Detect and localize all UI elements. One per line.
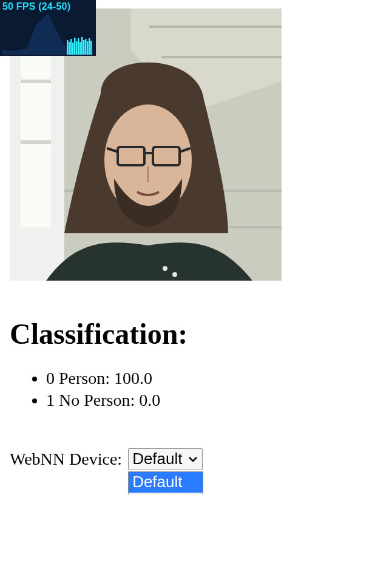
chevron-down-icon [188,454,198,465]
svg-rect-8 [79,42,81,55]
fps-graph-svg [2,13,93,55]
svg-rect-4 [72,43,74,55]
svg-rect-3 [70,39,72,55]
svg-rect-14 [90,41,92,55]
device-dropdown: Default GPU CPU [128,471,203,494]
device-row: WebNN Device: Default Default GPU CPU [10,448,382,470]
svg-rect-9 [81,37,83,55]
result-label: 0 Person: 100.0 [46,369,152,388]
fps-readout: 50 FPS (24-50) [2,1,93,12]
svg-rect-6 [76,41,78,55]
device-select-wrap: Default Default GPU CPU [128,448,202,470]
svg-point-33 [172,272,177,277]
device-option-gpu[interactable]: GPU [129,493,203,494]
svg-rect-20 [21,33,51,227]
svg-rect-7 [78,38,79,55]
fps-graph [2,13,93,55]
svg-rect-5 [74,38,76,55]
list-item: 1 No Person: 0.0 [46,389,382,411]
svg-rect-10 [83,40,85,55]
classification-results: 0 Person: 100.0 1 No Person: 0.0 [10,368,382,412]
svg-rect-11 [85,39,87,55]
device-selected-value: Default [132,450,182,468]
svg-point-32 [163,266,167,271]
svg-rect-1 [67,40,69,55]
device-option-default[interactable]: Default [129,472,203,493]
list-item: 0 Person: 100.0 [46,368,382,389]
svg-rect-2 [69,42,70,55]
svg-rect-12 [87,41,89,55]
svg-rect-13 [89,38,90,55]
device-label: WebNN Device: [10,450,122,469]
device-select[interactable]: Default [128,448,202,470]
fps-overlay: 50 FPS (24-50) [0,0,96,56]
classification-heading: Classification: [10,317,382,350]
result-label: 1 No Person: 0.0 [46,391,160,409]
